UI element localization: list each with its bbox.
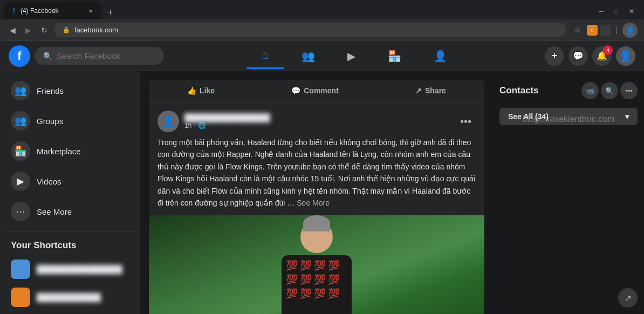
main-content: 👥 Friends 👥 Groups 🏪 Marketplace ▶ Video… xyxy=(0,71,644,314)
external-link-button[interactable]: ↗ xyxy=(618,288,638,308)
contacts-more-button[interactable]: ••• xyxy=(620,82,638,99)
see-all-contacts-button[interactable]: See All (34) ▾ xyxy=(499,108,638,125)
browser-extension-icons: ☆ e ⋮ 👤 xyxy=(570,23,638,38)
messenger-button[interactable]: 💬 xyxy=(568,46,588,66)
topnav: f 🔍 ⌂ 👥 ▶ 🏪 👤 + 💬 🔔 4 👤 xyxy=(0,41,644,71)
forward-button[interactable]: ▶ xyxy=(22,24,35,37)
nav-groups[interactable]: 👤 xyxy=(419,43,462,69)
sidebar-divider xyxy=(4,231,135,231)
comment-icon-above: 💬 xyxy=(291,86,300,95)
shortcut-item-1[interactable]: ████████████████ xyxy=(4,255,135,283)
share-button-above[interactable]: ↗ Share xyxy=(407,82,455,99)
lock-icon: 🔒 xyxy=(63,26,70,33)
sidebar-item-see-more[interactable]: ⋯ See More xyxy=(4,196,135,227)
shortcut-item-3[interactable]: ████████████████ xyxy=(4,311,135,314)
profile-avatar[interactable]: 👤 xyxy=(622,23,638,38)
shortcut-thumb-2 xyxy=(11,288,30,307)
like-button-above[interactable]: 👍 Like xyxy=(179,82,223,99)
url-text: facebook.com xyxy=(74,26,118,34)
shortcut-label-2: ████████████ xyxy=(37,293,101,302)
fb-logo[interactable]: f xyxy=(9,45,30,67)
privacy-icon: · xyxy=(194,122,195,129)
groups-icon: 👥 xyxy=(11,111,30,131)
tab-title: (4) Facebook xyxy=(20,7,59,15)
nav-icons: ⌂ 👥 ▶ 🏪 👤 xyxy=(246,43,462,69)
extension-icon-1[interactable]: e xyxy=(587,25,598,36)
post-author[interactable]: ████████████████ xyxy=(184,113,450,122)
comment-button-above[interactable]: 💬 Comment xyxy=(283,82,347,99)
friends-icon: 👥 xyxy=(11,81,30,100)
browser-titlebar: f (4) Facebook ✕ + ─ □ ✕ xyxy=(0,0,644,19)
extensions-button[interactable]: ⋮ xyxy=(613,26,620,35)
minimize-button[interactable]: ─ xyxy=(593,5,609,17)
facebook-app: f 🔍 ⌂ 👥 ▶ 🏪 👤 + 💬 🔔 4 👤 xyxy=(0,41,644,314)
person-figure: 💯 💯 💯 💯 💯 💯 💯 💯 💯 💯 💯 xyxy=(273,221,360,314)
browser-tab[interactable]: f (4) Facebook ✕ xyxy=(4,2,101,19)
nav-marketplace[interactable]: 🏪 xyxy=(373,43,416,69)
sidebar-item-friends[interactable]: 👥 Friends xyxy=(4,76,135,106)
post-avatar[interactable]: 👤 xyxy=(157,111,179,132)
extension-icon-2[interactable] xyxy=(600,25,611,36)
see-more-icon: ⋯ xyxy=(11,202,30,221)
search-contacts-button[interactable]: 🔍 xyxy=(601,82,618,99)
search-icon: 🔍 xyxy=(43,52,52,60)
post-more-button[interactable]: ••• xyxy=(456,113,476,130)
window-controls: ─ □ ✕ xyxy=(593,5,640,17)
post-actions-above: 👍 Like 💬 Comment ↗ Share xyxy=(149,80,484,104)
post-card: 👍 Like 💬 Comment ↗ Share 👤 xyxy=(149,80,484,314)
search-bar[interactable]: 🔍 xyxy=(35,47,164,65)
star-icon[interactable]: ☆ xyxy=(570,23,585,38)
see-more-link[interactable]: See More xyxy=(297,199,330,207)
post-text: Trong một bài phỏng vấn, Haaland từng ch… xyxy=(149,136,484,215)
marketplace-icon: 🏪 xyxy=(11,141,30,161)
browser-window: f (4) Facebook ✕ + ─ □ ✕ ◀ ▶ ↻ 🔒 faceboo… xyxy=(0,0,644,41)
account-button[interactable]: 👤 xyxy=(616,46,635,66)
globe-icon: 🌐 xyxy=(198,122,206,129)
nav-friends[interactable]: 👥 xyxy=(286,43,330,69)
videos-icon: ▶ xyxy=(11,172,30,191)
post-image[interactable]: 💯 💯 💯 💯 💯 💯 💯 💯 💯 💯 💯 xyxy=(149,215,484,314)
shortcuts-label: Your Shortcuts xyxy=(4,236,135,255)
like-icon-above: 👍 xyxy=(187,86,196,95)
tab-close-icon[interactable]: ✕ xyxy=(88,8,93,14)
post-meta: ████████████████ 1h · 🌐 xyxy=(184,113,450,129)
search-input[interactable] xyxy=(57,51,155,60)
sidebar-item-videos[interactable]: ▶ Videos xyxy=(4,166,135,196)
contacts-title: Contacts xyxy=(499,85,539,96)
address-bar[interactable]: 🔒 facebook.com xyxy=(54,23,566,37)
share-icon-above: ↗ xyxy=(415,86,422,95)
notifications-button[interactable]: 🔔 4 xyxy=(592,46,612,66)
back-button[interactable]: ◀ xyxy=(6,24,19,37)
add-button[interactable]: + xyxy=(545,46,564,66)
sidebar-item-marketplace[interactable]: 🏪 Marketplace xyxy=(4,136,135,166)
nav-watch[interactable]: ▶ xyxy=(332,43,371,69)
shortcut-label-1: ████████████████ xyxy=(37,265,122,274)
right-panel: blogchiasekienthuc.com Contacts 📹 🔍 ••• … xyxy=(493,71,644,314)
chevron-down-icon: ▾ xyxy=(625,112,629,121)
contacts-actions: 📹 🔍 ••• xyxy=(581,82,638,99)
notification-badge: 4 xyxy=(603,45,613,55)
close-button[interactable]: ✕ xyxy=(624,5,640,17)
right-actions: + 💬 🔔 4 👤 xyxy=(545,46,635,66)
maximize-button[interactable]: □ xyxy=(609,5,624,17)
sidebar-item-groups[interactable]: 👥 Groups xyxy=(4,106,135,136)
post-time: 1h · 🌐 xyxy=(184,122,450,129)
feed: 👍 Like 💬 Comment ↗ Share 👤 xyxy=(140,71,493,314)
nav-home[interactable]: ⌂ xyxy=(246,43,284,69)
new-tab-button[interactable]: + xyxy=(104,8,117,17)
sidebar: 👥 Friends 👥 Groups 🏪 Marketplace ▶ Video… xyxy=(0,71,140,314)
browser-controls: ◀ ▶ ↻ 🔒 facebook.com ☆ e ⋮ 👤 xyxy=(0,19,644,41)
shortcut-thumb-1 xyxy=(11,260,30,279)
post-header: 👤 ████████████████ 1h · 🌐 ••• xyxy=(149,104,484,136)
video-call-button[interactable]: 📹 xyxy=(581,82,599,99)
shortcut-item-2[interactable]: ████████████ xyxy=(4,283,135,311)
reload-button[interactable]: ↻ xyxy=(38,24,51,37)
contacts-header: Contacts 📹 🔍 ••• xyxy=(499,78,638,104)
